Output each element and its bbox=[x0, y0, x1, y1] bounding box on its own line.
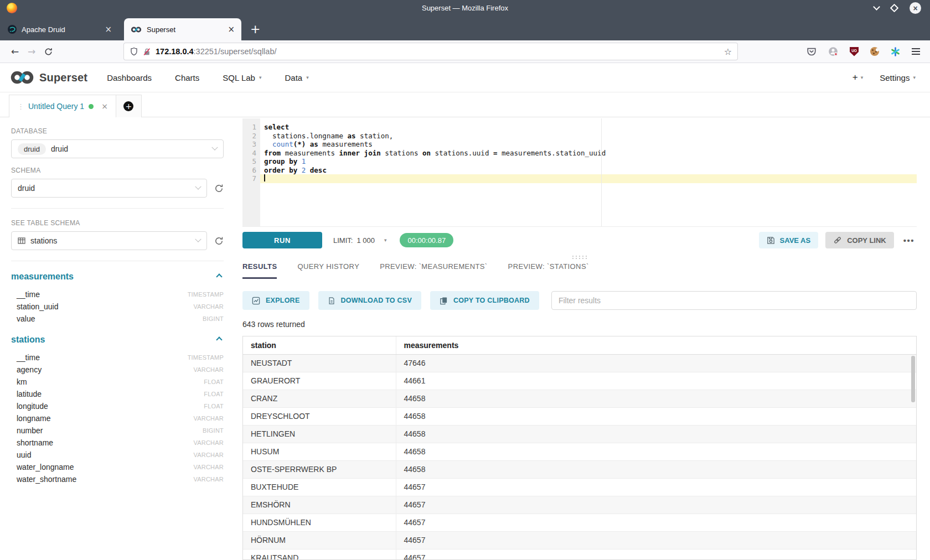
forward-button[interactable]: → bbox=[23, 44, 40, 59]
table-cell: 44658 bbox=[396, 443, 916, 460]
maximize-diamond-icon[interactable] bbox=[890, 4, 899, 13]
settings-menu[interactable]: Settings▾ bbox=[880, 73, 916, 82]
schema-select[interactable]: druid bbox=[11, 179, 207, 198]
database-label: DATABASE bbox=[11, 127, 224, 135]
shield-icon[interactable] bbox=[130, 47, 138, 56]
extension-account-icon[interactable] bbox=[828, 46, 838, 56]
table-column-header[interactable]: station bbox=[243, 336, 396, 354]
browser-urlbar: ← → 172.18.0.4:32251/superset/sqllab/ ☆ … bbox=[0, 40, 930, 63]
column-type: FLOAT bbox=[204, 403, 224, 409]
table-scrollbar-thumb[interactable] bbox=[911, 356, 915, 402]
results-actions: EXPLORE DOWNLOAD TO CSV COPY TO CLIPBOAR… bbox=[242, 291, 917, 310]
query-tab[interactable]: ⋮ Untitled Query 1 × bbox=[9, 95, 116, 117]
cookie-icon[interactable] bbox=[870, 47, 879, 56]
drag-handle-icon[interactable]: ⋮ bbox=[17, 102, 24, 111]
download-csv-button[interactable]: DOWNLOAD TO CSV bbox=[318, 291, 422, 310]
chevron-up-icon[interactable] bbox=[216, 273, 222, 279]
table-column-header[interactable]: measurements bbox=[396, 336, 916, 354]
browser-tab-druid[interactable]: Apache Druid × bbox=[1, 18, 118, 40]
nav-item-charts[interactable]: Charts bbox=[163, 73, 211, 82]
editor-code[interactable]: select stations.longname as station, cou… bbox=[260, 118, 917, 226]
database-select[interactable]: druid druid bbox=[11, 139, 224, 158]
column-type: BIGINT bbox=[203, 427, 224, 434]
rows-returned-text: 643 rows returned bbox=[242, 320, 917, 329]
new-tab-button[interactable]: + bbox=[241, 22, 269, 40]
table-cell: CRANZ bbox=[243, 390, 396, 407]
chevron-down-icon: ▾ bbox=[259, 75, 262, 80]
insecure-lock-icon[interactable] bbox=[143, 48, 151, 56]
column-name: water_longname bbox=[17, 463, 74, 471]
column-type: TIMESTAMP bbox=[188, 354, 224, 361]
close-circle-icon[interactable]: × bbox=[910, 2, 921, 14]
copy-link-button[interactable]: COPY LINK bbox=[825, 232, 894, 248]
column-type: VARCHAR bbox=[193, 303, 224, 310]
tab-close-icon[interactable]: × bbox=[228, 24, 235, 34]
more-options-icon[interactable]: ••• bbox=[901, 236, 917, 245]
results-tab[interactable]: PREVIEW: `MEASUREMENTS` bbox=[380, 262, 487, 279]
menu-icon[interactable] bbox=[912, 48, 920, 55]
table-schema-select[interactable]: stations bbox=[11, 231, 207, 250]
column-row: latitudeFLOAT bbox=[11, 388, 224, 400]
sql-editor[interactable]: 1234567 select stations.longname as stat… bbox=[242, 118, 917, 227]
table-cell: KRAUTSAND bbox=[243, 549, 396, 560]
new-query-tab-button[interactable]: + bbox=[116, 95, 142, 117]
browser-tab-superset[interactable]: Superset × bbox=[124, 18, 241, 40]
drag-grip-icon bbox=[571, 255, 588, 259]
run-button[interactable]: RUN bbox=[242, 232, 322, 248]
table-cell: 44658 bbox=[396, 407, 916, 425]
table-cell: 44657 bbox=[396, 531, 916, 549]
table-section-header-stations[interactable]: stations bbox=[11, 335, 224, 345]
column-type: VARCHAR bbox=[193, 452, 224, 458]
text-cursor bbox=[264, 174, 265, 182]
add-new-menu[interactable]: +▾ bbox=[852, 72, 863, 83]
table-name: measurements bbox=[11, 272, 74, 282]
multi-account-icon[interactable] bbox=[891, 47, 900, 56]
results-tab[interactable]: QUERY HISTORY bbox=[297, 262, 359, 279]
table-cell: 44661 bbox=[396, 372, 916, 390]
table-cell: 44657 bbox=[396, 514, 916, 531]
column-name: longname bbox=[17, 414, 51, 423]
window-shade-icon[interactable] bbox=[873, 3, 880, 11]
limit-dropdown[interactable]: LIMIT: 1 000 ▾ bbox=[333, 236, 386, 245]
reload-button[interactable] bbox=[40, 44, 56, 59]
elapsed-timer-badge: 00:00:00.87 bbox=[400, 233, 453, 247]
refresh-icon[interactable] bbox=[214, 236, 224, 246]
tab-close-icon[interactable]: × bbox=[105, 24, 112, 34]
nav-item-dashboards[interactable]: Dashboards bbox=[95, 73, 163, 82]
ublock-origin-icon[interactable]: UO bbox=[850, 47, 859, 56]
results-tab[interactable]: PREVIEW: `STATIONS` bbox=[508, 262, 589, 279]
refresh-icon[interactable] bbox=[214, 184, 224, 193]
status-dot bbox=[89, 104, 94, 109]
table-cell: 44657 bbox=[396, 549, 916, 560]
chevron-up-icon[interactable] bbox=[216, 336, 222, 343]
copy-clipboard-button[interactable]: COPY TO CLIPBOARD bbox=[430, 291, 539, 310]
plus-circle-icon: + bbox=[123, 101, 133, 111]
superset-navbar: Superset Dashboards Charts SQL Lab▾ Data… bbox=[0, 63, 930, 92]
filter-results-input[interactable] bbox=[551, 291, 917, 310]
table-section-header-measurements[interactable]: measurements bbox=[11, 272, 224, 282]
save-as-button[interactable]: SAVE AS bbox=[759, 232, 819, 248]
pocket-icon[interactable] bbox=[807, 46, 817, 56]
explore-button[interactable]: EXPLORE bbox=[242, 291, 309, 310]
divider bbox=[11, 261, 224, 261]
chevron-down-icon bbox=[195, 184, 201, 190]
table-row: HUSUM44658 bbox=[243, 443, 916, 460]
back-button[interactable]: ← bbox=[7, 44, 23, 59]
save-floppy-icon bbox=[767, 236, 775, 245]
query-tab-label: Untitled Query 1 bbox=[28, 102, 84, 111]
close-icon[interactable]: × bbox=[101, 102, 108, 111]
column-list-stations: __timeTIMESTAMPagencyVARCHARkmFLOATlatit… bbox=[11, 351, 224, 485]
url-field[interactable]: 172.18.0.4:32251/superset/sqllab/ ☆ bbox=[124, 43, 737, 60]
nav-item-sql-lab[interactable]: SQL Lab▾ bbox=[211, 73, 273, 82]
column-row: water_shortnameVARCHAR bbox=[11, 473, 224, 485]
pane-splitter[interactable] bbox=[242, 253, 917, 260]
superset-brand[interactable]: Superset bbox=[10, 70, 87, 85]
nav-item-data[interactable]: Data▾ bbox=[273, 73, 320, 82]
table-cell: 44658 bbox=[396, 425, 916, 443]
column-type: FLOAT bbox=[204, 378, 224, 385]
bookmark-star-icon[interactable]: ☆ bbox=[724, 46, 732, 57]
clipboard-icon bbox=[440, 297, 448, 305]
column-row: longitudeFLOAT bbox=[11, 400, 224, 412]
table-row: HÖRNUM44657 bbox=[243, 531, 916, 549]
results-tab[interactable]: RESULTS bbox=[242, 262, 277, 279]
